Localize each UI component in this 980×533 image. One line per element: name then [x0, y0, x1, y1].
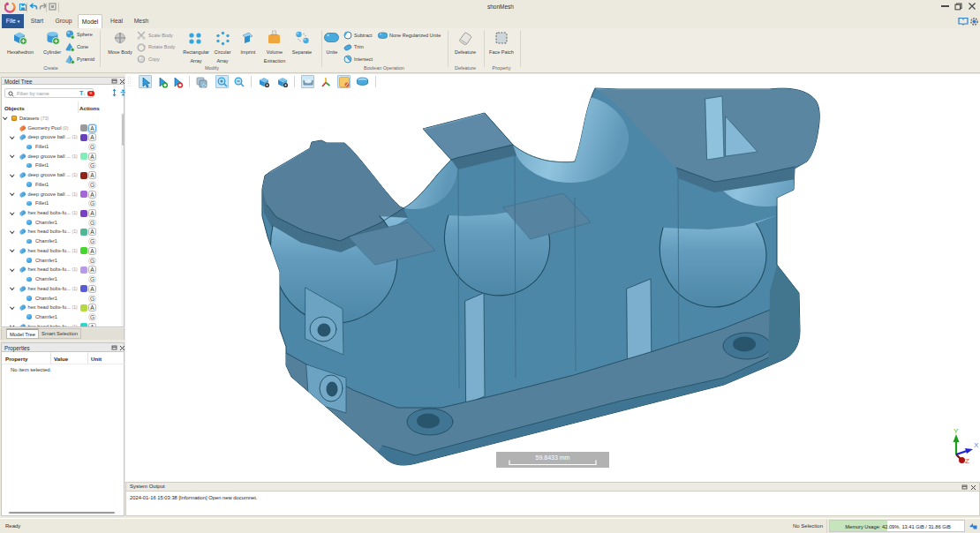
svg-text:X: X: [974, 441, 979, 449]
svg-text:Y: Y: [954, 427, 959, 435]
svg-text:Z: Z: [965, 457, 969, 465]
